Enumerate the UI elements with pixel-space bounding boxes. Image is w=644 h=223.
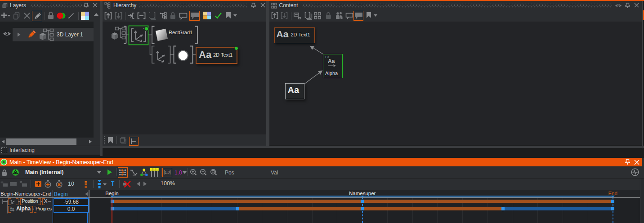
value-box-alpha[interactable]: 0.0 [54,205,89,213]
layers-grip[interactable] [30,4,82,8]
layers-titlebar[interactable]: Layers [0,1,100,10]
stopwatch-add-icon[interactable] [44,180,52,188]
grid-view-icon[interactable] [314,12,321,19]
comment-outline-icon[interactable] [179,13,188,20]
markers-icon[interactable] [150,168,159,177]
export-up-icon[interactable] [271,12,278,19]
hierarchy-titlebar[interactable]: Hierarchy [103,1,266,10]
zoom-fit-icon[interactable] [210,169,217,176]
users-icon[interactable] [335,12,343,19]
column-separator-line[interactable] [89,190,89,223]
timeview-titlebar[interactable]: Main - TimeView - Begin-Namesuper-End [0,158,642,166]
zoom-out-icon[interactable] [200,169,207,176]
add-track-icon[interactable] [0,180,8,187]
move-into-icon[interactable] [127,12,135,19]
value-box-position[interactable]: -59.68 [54,198,89,205]
keyframe-navigator-icon[interactable] [97,180,102,188]
add-layer-button[interactable] [1,12,11,19]
schematic-icon[interactable] [160,12,167,19]
comment-filled-button-active[interactable] [353,11,363,21]
content-close-icon[interactable] [634,3,639,8]
orange-dots-menu-icon[interactable] [85,181,87,188]
bookmark-icon[interactable] [366,12,371,18]
toolbar-grip-dots[interactable] [103,136,105,145]
interfacing-checkbox[interactable] [1,147,7,153]
zoom-in-icon[interactable] [190,169,197,176]
composition-name[interactable]: Main (Internal) [25,169,63,175]
expand-caret-icon[interactable] [17,32,21,37]
delete-layer-icon[interactable] [23,12,31,19]
layers-hscrollbar[interactable] [0,138,100,146]
hierarchy-2dtext-enabled-dot[interactable] [234,46,238,50]
hierarchy-close-icon[interactable] [260,3,265,8]
content-eye-icon[interactable] [615,3,622,8]
solo-color-icon[interactable] [57,12,66,19]
layers-pin-icon[interactable] [84,3,89,9]
layers-vscroll-gutter[interactable] [94,22,100,138]
scroll-up-icon[interactable] [94,13,99,16]
bookmark-dropdown-icon[interactable] [233,14,237,17]
marker-triangle[interactable] [361,196,364,197]
bookmark-icon[interactable] [225,12,231,19]
scroll-left-icon[interactable] [1,139,5,144]
keyframe[interactable] [611,200,614,203]
comment-outline-icon[interactable] [345,13,353,19]
delete-track-icon[interactable] [19,180,27,187]
lock-layer-icon[interactable] [47,11,54,20]
rectgrad-node-label[interactable]: RectGrad1 [169,30,192,35]
keyframe-navigator-dropdown-icon[interactable] [103,183,107,186]
scroll-right-icon[interactable] [89,139,92,144]
layers-stack-icon[interactable] [120,137,127,144]
instance-icon[interactable] [293,12,301,20]
waveform-icon[interactable] [631,168,639,176]
timeline-zoom-value[interactable]: 100% [161,180,175,187]
content-source-node[interactable]: Aa [285,83,304,99]
panel-splitter-vertical[interactable] [100,1,103,156]
import-down-icon[interactable] [281,12,288,19]
lock-icon[interactable] [170,12,176,20]
import-down-icon[interactable] [115,12,122,20]
motion-graph-icon[interactable] [139,168,148,177]
keyframe[interactable] [611,207,614,210]
dopesheet-mode-button-active[interactable] [118,167,128,178]
content-alpha-node[interactable]: FX Aa Alpha [323,54,343,78]
align-start-button-active[interactable] [129,137,139,146]
timeview-pin-icon[interactable] [625,159,630,165]
color-palette-icon[interactable] [81,12,89,20]
prev-frame-icon[interactable] [136,181,140,187]
check-icon[interactable] [215,12,222,19]
stack-icon[interactable] [148,12,157,20]
content-pin-icon[interactable] [625,3,630,9]
marker-triangle[interactable] [611,196,615,197]
comment-filled-button-active[interactable] [189,11,200,21]
ratio-display-button-active[interactable]: [1.0] [162,168,173,177]
hscroll-thumb[interactable] [6,138,76,145]
hierarchy-pin-icon[interactable] [251,3,256,9]
brush-icon[interactable] [67,12,75,19]
content-graph[interactable]: Aa 2D Text1 FX Aa Alpha Aa [269,22,642,145]
content-titlebar[interactable]: Content [269,1,642,10]
mute-audio-icon[interactable] [123,180,131,188]
layer-visibility-eye-icon[interactable] [3,31,11,37]
export-up-icon[interactable] [104,12,112,20]
track-icon[interactable] [9,182,17,186]
playhead-line[interactable] [112,197,112,223]
hierarchy-graph[interactable]: RectGrad1 Aa 2D Text1 [103,22,266,134]
color-palette-icon[interactable] [203,12,211,19]
ratio-dropdown-icon[interactable] [182,171,187,174]
bookmark-icon[interactable] [107,137,113,144]
add-keyframe-button[interactable] [35,181,41,187]
layer-row[interactable]: 3D Layer 1 [13,28,94,41]
curve-editor-icon[interactable] [130,169,138,176]
content-2dtext-node[interactable]: Aa 2D Text1 [274,27,315,43]
layer-edit-pencil-icon[interactable] [26,29,37,40]
timeline-vscrollbar[interactable] [640,178,644,223]
track-segment-blue[interactable] [112,207,237,210]
keyframe[interactable] [361,207,364,210]
time-pin-icon[interactable] [111,181,115,187]
bookmark-dropdown-icon[interactable] [373,14,378,17]
lock-icon[interactable] [1,169,8,177]
duplicate-layer-icon[interactable] [13,12,21,20]
ratio-value[interactable]: 1.0 [174,169,182,176]
keyframe[interactable] [236,207,239,210]
